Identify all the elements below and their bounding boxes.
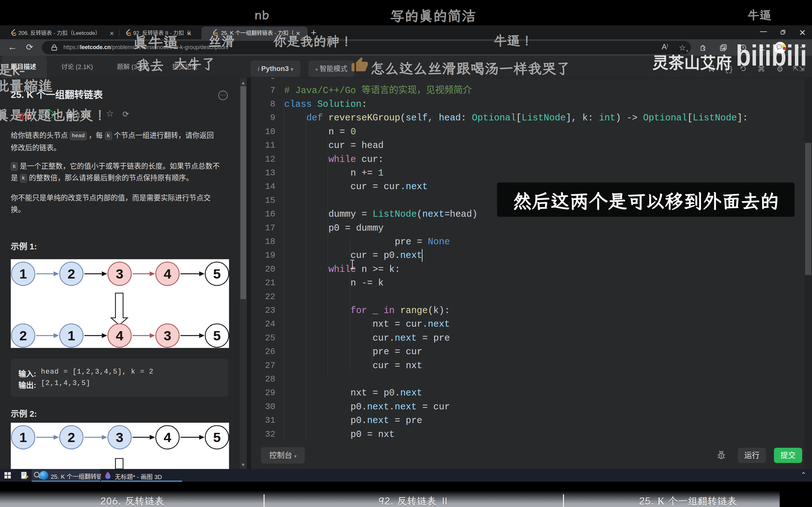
svg-text:2: 2 (67, 266, 75, 281)
svg-text:4: 4 (164, 430, 171, 445)
svg-text:5: 5 (213, 266, 221, 281)
svg-text:5: 5 (213, 328, 221, 343)
svg-text:4: 4 (164, 266, 171, 281)
svg-text:3: 3 (164, 328, 171, 343)
svg-text:4: 4 (116, 328, 123, 343)
svg-text:5: 5 (213, 430, 221, 445)
svg-text:3: 3 (116, 430, 123, 445)
svg-text:2: 2 (19, 328, 27, 343)
svg-text:3: 3 (116, 266, 123, 281)
svg-text:1: 1 (67, 328, 75, 343)
svg-text:1: 1 (19, 430, 27, 445)
svg-text:1: 1 (19, 266, 27, 281)
svg-text:2: 2 (67, 430, 75, 445)
